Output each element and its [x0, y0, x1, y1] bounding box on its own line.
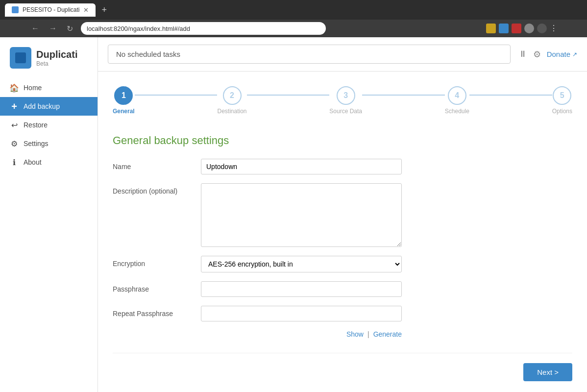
logo-text: Duplicati Beta — [36, 49, 77, 67]
step-label-3: Source Data — [329, 108, 362, 115]
form-row-repeat-passphrase: Repeat Passphrase — [113, 306, 572, 321]
step-label-4: Schedule — [445, 108, 469, 115]
step-circle-2[interactable]: 2 — [223, 86, 242, 105]
tab-close-button[interactable]: ✕ — [83, 6, 89, 14]
wizard-step-2: 2 Destination — [217, 86, 246, 115]
new-tab-button[interactable]: + — [101, 5, 107, 15]
settings-icon: ⚙ — [10, 139, 19, 148]
logo-icon-inner — [15, 52, 26, 63]
add-backup-icon: + — [10, 102, 19, 111]
browser-actions: ⋮ — [486, 24, 558, 33]
extension-icon-1[interactable] — [486, 24, 496, 33]
sidebar: Duplicati Beta 🏠 Home + Add backup ↩ Res… — [0, 37, 98, 392]
app-logo — [10, 47, 31, 69]
wizard-step-4: 4 Schedule — [445, 86, 469, 115]
about-icon: ℹ — [10, 158, 19, 167]
sidebar-item-settings[interactable]: ⚙ Settings — [0, 134, 98, 153]
scheduled-tasks-banner: No scheduled tasks — [108, 45, 511, 64]
step-connector-3-4 — [362, 95, 445, 96]
sidebar-item-restore[interactable]: ↩ Restore — [0, 116, 98, 134]
main-content: 1 General 2 Destination 3 Source Data — [98, 72, 587, 392]
app-name: Duplicati — [36, 49, 77, 60]
tab-favicon — [12, 6, 19, 13]
app-beta: Beta — [36, 60, 77, 67]
sidebar-item-add-backup-label: Add backup — [24, 102, 60, 110]
description-textarea[interactable] — [201, 183, 402, 247]
name-input[interactable] — [201, 159, 402, 174]
address-field[interactable]: localhost:8200/ngax/index.html#/add — [81, 22, 326, 35]
extension-icon-2[interactable] — [499, 24, 509, 33]
encryption-label: Encryption — [113, 256, 191, 268]
home-icon: 🏠 — [10, 83, 19, 92]
extensions-button[interactable] — [524, 24, 534, 33]
profile-icon[interactable] — [537, 24, 547, 33]
wizard-footer: Next > — [113, 353, 572, 381]
address-bar: ← → ↻ localhost:8200/ngax/index.html#/ad… — [0, 20, 587, 37]
show-link[interactable]: Show — [346, 330, 364, 338]
step-label-1: General — [113, 108, 135, 115]
form-row-passphrase: Passphrase — [113, 281, 572, 297]
logo-area: Duplicati Beta — [0, 47, 98, 78]
topbar-actions: ⏸ ⚙ Donate ↗ — [518, 49, 577, 60]
forward-button[interactable]: → — [47, 22, 59, 35]
status-icon-button[interactable]: ⚙ — [533, 49, 541, 60]
browser-tab[interactable]: PESESITO - Duplicati ✕ — [5, 3, 96, 17]
donate-button[interactable]: Donate ↗ — [547, 50, 577, 58]
step-connector-1-2 — [135, 95, 218, 96]
step-circle-3[interactable]: 3 — [337, 86, 355, 105]
address-text: localhost:8200/ngax/index.html#/add — [87, 25, 190, 32]
next-button[interactable]: Next > — [523, 363, 572, 381]
browser-chrome: PESESITO - Duplicati ✕ + — [0, 0, 587, 20]
form-row-name: Name — [113, 159, 572, 174]
passphrase-input[interactable] — [201, 281, 402, 297]
extension-icon-3[interactable] — [512, 24, 521, 33]
wizard-step-3: 3 Source Data — [329, 86, 362, 115]
back-button[interactable]: ← — [29, 22, 41, 35]
name-label: Name — [113, 159, 191, 171]
sidebar-item-add-backup[interactable]: + Add backup — [0, 97, 98, 116]
show-generate-separator: | — [367, 330, 369, 338]
sidebar-item-home[interactable]: 🏠 Home — [0, 78, 98, 97]
scheduled-tasks-text: No scheduled tasks — [116, 50, 180, 58]
app-container: Duplicati Beta 🏠 Home + Add backup ↩ Res… — [0, 37, 587, 392]
step-circle-4[interactable]: 4 — [448, 86, 466, 105]
encryption-select[interactable]: AES-256 encryption, built in No encrypti… — [201, 256, 402, 272]
repeat-passphrase-input[interactable] — [201, 306, 402, 321]
topbar: No scheduled tasks ⏸ ⚙ Donate ↗ — [98, 37, 587, 72]
form-title: General backup settings — [113, 134, 572, 147]
reload-button[interactable]: ↻ — [65, 22, 75, 35]
step-connector-2-3 — [247, 95, 330, 96]
pause-button[interactable]: ⏸ — [518, 49, 527, 59]
wizard-steps: 1 General 2 Destination 3 Source Data — [113, 81, 572, 120]
wizard-step-1: 1 General — [113, 86, 135, 115]
donate-external-icon: ↗ — [572, 51, 577, 58]
wizard-step-5: 5 Options — [552, 86, 572, 115]
show-generate-row: Show | Generate — [201, 330, 402, 338]
donate-label: Donate — [547, 50, 570, 58]
sidebar-item-about-label: About — [24, 158, 42, 166]
step-connector-4-5 — [469, 95, 552, 96]
sidebar-item-restore-label: Restore — [24, 121, 48, 129]
form-row-encryption: Encryption AES-256 encryption, built in … — [113, 256, 572, 272]
sidebar-item-settings-label: Settings — [24, 140, 49, 147]
description-label: Description (optional) — [113, 183, 191, 195]
sidebar-item-home-label: Home — [24, 84, 42, 92]
restore-icon: ↩ — [10, 121, 19, 129]
form-row-description: Description (optional) — [113, 183, 572, 247]
step-label-5: Options — [552, 108, 572, 115]
generate-link[interactable]: Generate — [373, 330, 402, 338]
menu-button[interactable]: ⋮ — [550, 24, 558, 33]
tab-title: PESESITO - Duplicati — [23, 6, 79, 13]
passphrase-label: Passphrase — [113, 281, 191, 293]
step-circle-1[interactable]: 1 — [114, 86, 133, 105]
repeat-passphrase-label: Repeat Passphrase — [113, 306, 191, 318]
sidebar-item-about[interactable]: ℹ About — [0, 153, 98, 172]
step-label-2: Destination — [217, 108, 246, 115]
step-circle-5[interactable]: 5 — [553, 86, 571, 105]
